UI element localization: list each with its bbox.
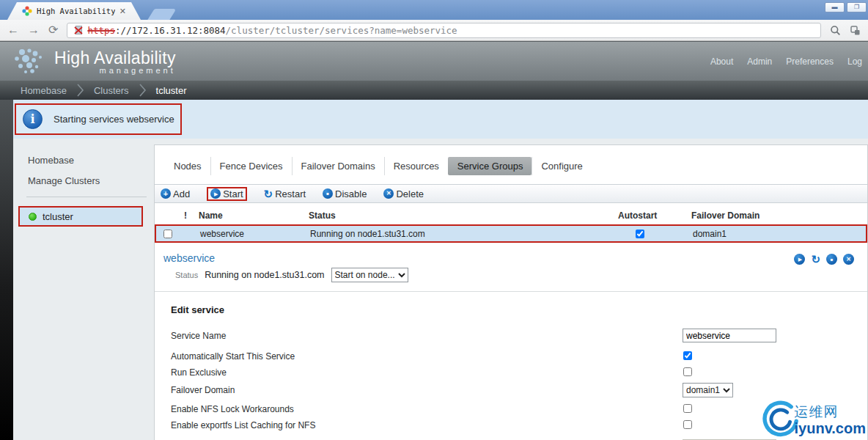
disable-button[interactable]: ■ Disable [323,188,367,199]
tab-configure[interactable]: Configure [532,157,591,175]
sidebar-item-manage-clusters[interactable]: Manage Clusters [13,175,154,186]
col-autostart: Autostart [618,210,691,221]
notice-band: i Starting services webservice [13,100,868,139]
app-subtitle: management [54,66,176,75]
address-bar[interactable]: https://172.16.31.12:8084/cluster/tclust… [67,23,821,38]
breadcrumb-tcluster[interactable]: tcluster [156,85,187,96]
cluster-annotation-box: tcluster [18,206,143,227]
service-table: ! Name Status Autostart Failover Domain … [155,210,867,243]
row-autostart-checkbox[interactable] [636,230,644,238]
tab-title: High Availability Manag [37,7,115,15]
service-name-label: Service Name [171,331,683,341]
watermark-cn: 运维网 [795,403,866,422]
plus-icon: + [161,188,171,199]
app-header: High Availability management About Admin… [0,41,868,81]
bookmark-icon[interactable] [850,25,861,36]
failover-domain-select[interactable]: domain1 [683,383,733,397]
autostart-label: Automatically Start This Service [171,351,683,362]
tab-fence-devices[interactable]: Fence Devices [210,157,292,175]
start-button[interactable]: ▶ Start [207,187,246,201]
service-name-link[interactable]: webservice [163,252,867,264]
app-title: High Availability [54,48,176,68]
service-name-input[interactable] [683,329,776,342]
info-icon: i [23,109,43,129]
row-status: Running on node1.stu31.com [310,229,619,239]
left-edge-strip [0,100,13,440]
sidebar-item-tcluster[interactable]: tcluster [20,208,141,225]
breadcrumb-homebase[interactable]: Homebase [21,85,67,96]
cluster-status-dot-icon [29,213,37,221]
main-panel: Nodes Fence Devices Failover Domains Res… [154,144,868,440]
table-header-row: ! Name Status Autostart Failover Domain [155,210,867,224]
watermark-site: iyunv.com [795,420,866,437]
browser-toolbar: ← → ⟳ https://172.16.31.12:8084/cluster/… [0,20,868,41]
delete-service-icon[interactable]: ✕ [843,254,854,265]
browser-tab-strip: High Availability Manag ✕ ▬ ❐ [0,0,868,20]
sidebar: Homebase Manage Clusters tcluster [13,139,154,440]
maximize-button[interactable]: ❐ [847,2,867,12]
stop-icon: ■ [323,188,333,199]
start-on-node-select[interactable]: Start on node... [331,268,408,282]
nav-logout[interactable]: Log [847,56,862,67]
chevron-right-icon [76,83,84,98]
minimize-button[interactable]: ▬ [825,2,845,12]
restart-button[interactable]: ↻ Restart [264,188,306,199]
breadcrumb-clusters[interactable]: Clusters [94,85,129,96]
tab-failover-domains[interactable]: Failover Domains [292,157,384,175]
delete-button[interactable]: ✕ Delete [383,188,424,199]
tab-close-icon[interactable]: ✕ [119,7,126,16]
brand-logo-icon [10,46,48,77]
start-service-icon[interactable]: ▶ [794,254,805,265]
tab-resources[interactable]: Resources [384,157,448,175]
table-row-webservice[interactable]: webservice Running on node1.stu31.com do… [155,224,867,243]
row-name[interactable]: webservice [200,229,310,239]
run-exclusive-checkbox[interactable] [683,367,692,376]
tab-service-groups[interactable]: Service Groups [448,157,532,175]
row-failover-domain: domain1 [693,229,866,239]
reload-icon[interactable]: ⟳ [48,24,58,36]
delete-icon: ✕ [383,188,394,199]
notice-message: Starting services webservice [54,114,174,125]
browser-tab[interactable]: High Availability Manag ✕ [7,2,141,20]
nfs-export-checkbox[interactable] [683,420,692,429]
nav-preferences[interactable]: Preferences [786,56,834,67]
col-name: Name [199,210,309,221]
nfs-lock-label: Enable NFS Lock Workarounds [171,404,683,414]
run-exclusive-label: Run Exclusive [171,367,683,378]
nav-admin[interactable]: Admin [747,56,772,67]
watermark-logo-icon [761,400,799,439]
restart-service-icon[interactable]: ↻ [811,254,820,265]
detail-actions: ▶ ↻ ■ ✕ [794,254,854,265]
add-button[interactable]: + Add [161,188,190,199]
disable-service-icon[interactable]: ■ [826,254,837,265]
cluster-name: tcluster [43,211,73,222]
row-select-checkbox[interactable] [163,230,172,238]
nfs-lock-checkbox[interactable] [683,404,692,413]
tab-nodes[interactable]: Nodes [165,157,210,175]
autostart-checkbox[interactable] [683,351,692,360]
nav-about[interactable]: About [710,56,733,67]
forward-icon[interactable]: → [28,24,40,36]
service-detail: webservice Status Running on node1.stu31… [155,243,867,288]
watermark: 运维网 iyunv.com [761,400,866,439]
ssl-error-icon [73,25,84,35]
nfs-export-label: Enable exportfs List Caching for NFS [171,420,683,430]
play-icon: ▶ [210,188,221,199]
url-scheme: https [87,25,115,36]
back-icon[interactable]: ← [7,24,19,36]
status-value: Running on node1.stu31.com [205,270,324,280]
col-alert: ! [184,210,199,221]
url-path: /cluster/tcluster/services?name=webservi… [226,25,457,36]
search-icon[interactable] [830,25,841,36]
failover-domain-label: Failover Domain [171,385,683,395]
new-tab-button[interactable] [147,9,176,20]
url-host: ://172.16.31.12:8084 [115,25,226,36]
section-divider [155,291,867,292]
brand: High Availability management [10,46,176,77]
service-toolbar: + Add ▶ Start ↻ Restart ■ [155,184,867,203]
sidebar-item-homebase[interactable]: Homebase [13,155,154,166]
restart-icon: ↻ [264,188,273,199]
cluster-tabs: Nodes Fence Devices Failover Domains Res… [155,145,867,175]
sidebar-divider [26,197,147,197]
breadcrumb: Homebase Clusters tcluster [0,81,868,100]
